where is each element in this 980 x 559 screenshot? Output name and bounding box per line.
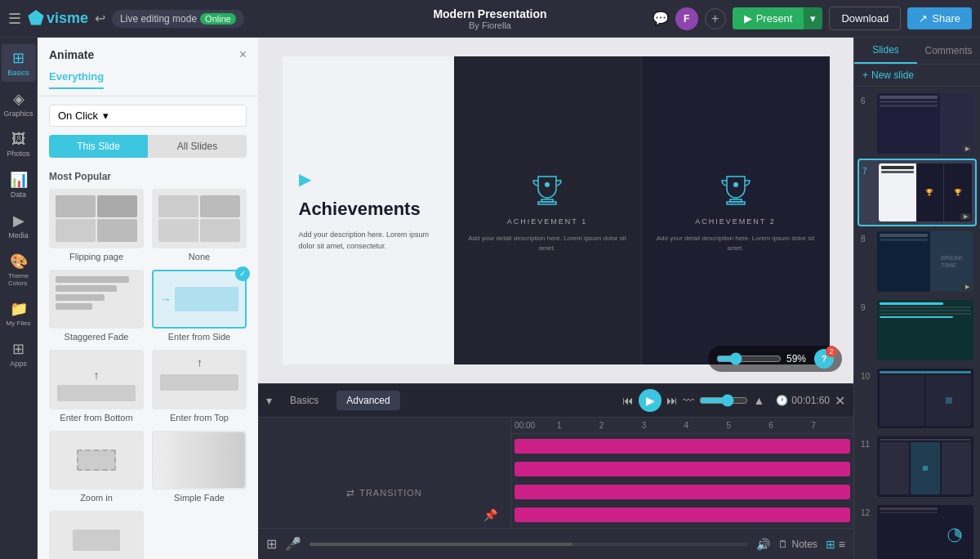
timeline-tracks: [511, 434, 853, 528]
timeline-skip-back-button[interactable]: ⏮: [622, 394, 634, 407]
sidebar-item-data[interactable]: 📊 Data: [2, 166, 36, 203]
slides-panel: Slides Comments + New slide 6: [853, 38, 980, 559]
plus-icon: +: [862, 69, 868, 81]
animate-panel: Animate × Everything On Click ▾ This Sli…: [38, 38, 258, 559]
slide-item-8[interactable]: 8 BREAK TIME ▶: [858, 228, 977, 295]
notes-icon: 🗒: [778, 539, 788, 550]
slide-item-12[interactable]: 12: [858, 502, 977, 559]
all-slides-button[interactable]: All Slides: [148, 135, 247, 158]
sidebar-item-basics[interactable]: ⊞ Basics: [2, 44, 36, 82]
animation-none[interactable]: None: [152, 189, 247, 262]
animation-zoom-in[interactable]: Zoom in: [49, 431, 144, 503]
sidebar-item-photos[interactable]: 🖼 Photos: [2, 126, 36, 163]
grid-view-button[interactable]: ⊞: [826, 538, 835, 551]
tab-everything[interactable]: Everything: [49, 70, 104, 89]
share-button[interactable]: ↗ Share: [907, 7, 972, 29]
canvas-wrapper[interactable]: ▶ Achievements Add your description here…: [258, 38, 853, 383]
pie-chart-icon: [947, 528, 962, 543]
zoom-control: 59% ? 2: [708, 346, 842, 372]
tab-advanced[interactable]: Advanced: [336, 391, 399, 410]
pin-icon[interactable]: 📌: [483, 508, 497, 521]
undo-button[interactable]: ↩: [95, 11, 105, 26]
ruler-tick-0: 00:00: [514, 421, 557, 430]
present-button[interactable]: ▶ Present: [733, 7, 804, 29]
animation-simple-fade[interactable]: Simple Fade: [152, 431, 247, 503]
online-status: Online: [200, 13, 236, 25]
slide-badge-8: ▶: [962, 284, 972, 290]
sidebar-item-theme-colors[interactable]: 🎨 ThemeColors: [2, 248, 36, 292]
sidebar-item-my-files[interactable]: 📁 My Files: [2, 295, 36, 332]
animation-enter-from-bottom[interactable]: ↑ Enter from Bottom: [49, 350, 144, 423]
track-bar-2: [514, 462, 850, 476]
logo-text: visme: [47, 10, 88, 27]
animation-enter-from-top[interactable]: ↓ Enter from Top: [152, 350, 247, 423]
sidebar-item-apps[interactable]: ⊞ Apps: [2, 335, 36, 373]
animation-flipping-page[interactable]: Flipping page: [49, 189, 144, 262]
track-3: [514, 485, 850, 499]
svg-rect-4: [727, 202, 745, 204]
trigger-dropdown-row: On Click ▾: [38, 96, 258, 135]
add-collaborator-button[interactable]: +: [705, 8, 726, 29]
this-slide-button[interactable]: This Slide: [49, 135, 148, 158]
slide-preview-10: [877, 369, 973, 429]
avatar: F: [675, 7, 698, 30]
slide-preview-11: [877, 436, 973, 497]
photos-icon: 🖼: [11, 131, 26, 148]
animate-close-button[interactable]: ×: [239, 47, 247, 62]
zoom-level: 59%: [786, 353, 806, 364]
slide-item-11[interactable]: 11: [858, 433, 977, 500]
track-bar-1: [514, 439, 850, 454]
animation-slide-in[interactable]: Slide in: [49, 511, 144, 559]
notes-button[interactable]: 🗒 Notes: [778, 539, 817, 550]
sidebar-item-media[interactable]: ▶ Media: [2, 207, 36, 244]
timeline-skip-forward-button[interactable]: ⏭: [666, 394, 678, 407]
comment-button[interactable]: 💬: [653, 11, 669, 26]
timeline-main[interactable]: 00:00 1 2 3 4 5 6 7: [511, 418, 853, 528]
track-bar-3: [514, 485, 850, 499]
volume-slider[interactable]: [699, 394, 748, 407]
volume-button[interactable]: 🔊: [756, 538, 770, 551]
animation-staggered-fade[interactable]: Staggered Fade: [49, 270, 144, 342]
timeline-close-button[interactable]: ✕: [835, 393, 845, 409]
track-2: [514, 462, 850, 476]
topbar-right: 💬 F + ▶ Present ▾ Download ↗ Share: [653, 7, 972, 30]
graphics-icon: ◈: [13, 90, 24, 108]
sidebar-item-graphics[interactable]: ◈ Graphics: [2, 85, 36, 123]
achievement-1-content: ACHIEVEMENT 1 Add your detail descriptio…: [462, 168, 633, 253]
slide-toggle: This Slide All Slides: [38, 135, 258, 166]
apps-icon: ⊞: [12, 340, 24, 358]
zoom-slider[interactable]: [716, 352, 782, 365]
slide-item-9[interactable]: 9: [858, 297, 977, 364]
present-dropdown-button[interactable]: ▾: [804, 7, 822, 29]
tab-comments[interactable]: Comments: [917, 38, 980, 64]
download-button[interactable]: Download: [829, 7, 901, 30]
trigger-dropdown[interactable]: On Click ▾: [49, 105, 247, 127]
ruler-tick-4: 4: [684, 421, 727, 430]
slide-num-7: 7: [862, 167, 874, 176]
play-icon: ▶: [744, 12, 752, 25]
animation-enter-from-side[interactable]: ✓ → Enter from Side: [152, 270, 247, 342]
timeline-play-button[interactable]: ▶: [639, 389, 662, 412]
slide-item-6[interactable]: 6 ▶: [858, 90, 977, 157]
microphone-button[interactable]: 🎤: [285, 536, 301, 552]
wave-icon: 〰: [683, 394, 694, 407]
timeline-collapse-icon[interactable]: ▾: [266, 394, 272, 407]
menu-icon[interactable]: ☰: [8, 10, 21, 28]
slide-canvas[interactable]: ▶ Achievements Add your description here…: [283, 56, 830, 364]
volume-high-icon: ▲: [753, 394, 764, 407]
scrollbar[interactable]: [310, 543, 748, 546]
presentation-author: By Fiorella: [469, 20, 511, 30]
tab-basics[interactable]: Basics: [280, 391, 328, 410]
slide-item-10[interactable]: 10: [858, 365, 977, 432]
add-slide-button[interactable]: + New slide: [854, 65, 980, 87]
media-icon: ▶: [13, 212, 24, 230]
topbar-left: ☰ ⬟ visme ↩ Live editing mode Online: [8, 8, 646, 29]
list-view-button[interactable]: ≡: [839, 538, 845, 551]
track-1: [514, 439, 850, 454]
mic-button[interactable]: ⊞: [266, 536, 277, 552]
flipping-page-thumb: [49, 189, 144, 248]
svg-point-5: [733, 182, 738, 187]
slide-item-7[interactable]: 7 🏆 🏆: [858, 159, 977, 226]
slides-list[interactable]: 6 ▶ 7: [854, 87, 980, 559]
tab-slides[interactable]: Slides: [854, 38, 917, 64]
